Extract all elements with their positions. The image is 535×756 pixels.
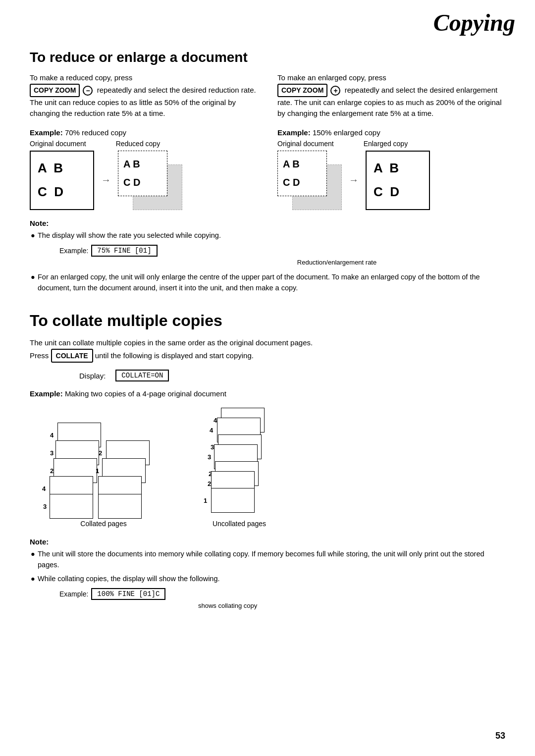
left-doc-pair: A B C D → A B C D: [30, 151, 258, 210]
right-intro-text: To make an enlarged copy, press: [277, 73, 386, 82]
left-diagram: Example: 70% reduced copy Original docum…: [30, 128, 258, 210]
left-diagram-labels: Original document Reduced copy: [30, 140, 258, 148]
collated-group: 4 3 2 4 3 2: [50, 423, 158, 528]
reduction-label: Reduction/enlargement rate: [168, 259, 505, 266]
enlarged-doc: A B C D: [366, 151, 430, 210]
reduced-doc-container: A B C D: [118, 151, 182, 210]
uncollated-label: Uncollated pages: [213, 520, 266, 528]
collate-heading: To collate multiple copies: [30, 312, 505, 330]
reduced-doc: A B C D: [118, 151, 167, 196]
collate-stacks-area: 4 3 2 4 3 2: [50, 408, 485, 528]
left-intro-text: To make a reduced copy, press: [30, 73, 132, 82]
orig-small-container: A B C D: [277, 151, 342, 210]
right-col-intro: To make an enlarged copy, press COPY ZOO…: [277, 72, 505, 119]
collate-note-item2: While collating copies, the display will…: [38, 574, 505, 585]
collated-stack-front: 2 1: [98, 423, 158, 517]
reduce-note-label: Note:: [30, 219, 505, 227]
sheet-0-back: 3: [50, 494, 93, 519]
collate-note-label: Note:: [30, 538, 505, 546]
minus-button-icon: −: [83, 86, 93, 96]
collate-intro: The unit can collate multiple copies in …: [30, 337, 505, 363]
orig-doc-left: A B C D: [30, 151, 94, 210]
reduce-note-item2: For an enlarged copy, the unit will only…: [38, 272, 505, 294]
page-title: Copying: [433, 9, 515, 36]
collated-label: Collated pages: [80, 520, 126, 528]
right-example-label: Example: 150% enlarged copy: [277, 128, 505, 137]
reduce-enlarge-heading: To reduce or enlarge a document: [30, 50, 505, 65]
collate-display-row: Display: COLLATE=ON: [79, 370, 505, 381]
collate-key: COLLATE: [51, 349, 93, 363]
right-doc-pair: A B C D → A B C D: [277, 151, 505, 210]
collate-note-item1: The unit will store the documents into m…: [38, 549, 505, 571]
sheet-1-front: [98, 494, 142, 519]
left-example-label: Example: 70% reduced copy: [30, 128, 258, 137]
collate-display-caption: shows collating copy: [198, 602, 505, 609]
left-col-intro: To make a reduced copy, press COPY ZOOM …: [30, 72, 258, 119]
reduce-note-section: Note: The display will show the rate you…: [30, 219, 505, 294]
page-number: 53: [495, 731, 505, 741]
display-box-collate-note: 100% FINE [01]C: [91, 588, 165, 600]
enlarge-arrow-icon: →: [346, 174, 362, 186]
collate-example-label: Example: Making two copies of a 4-page o…: [30, 389, 505, 398]
display-box-reduce: 75% FINE [01]: [91, 245, 157, 257]
diagram-area: Example: 70% reduced copy Original docum…: [30, 128, 505, 210]
collate-display-example-row: Example: 100% FINE [01]C: [59, 588, 505, 600]
reduce-enlarge-intro: To make a reduced copy, press COPY ZOOM …: [30, 72, 505, 119]
copy-zoom-left: COPY ZOOM: [30, 84, 80, 97]
reduce-note-item1: The display will show the rate you selec…: [38, 230, 505, 241]
copy-zoom-right: COPY ZOOM: [277, 84, 327, 97]
right-diagram: Example: 150% enlarged copy Original doc…: [277, 128, 505, 210]
reduce-arrow-icon: →: [98, 174, 114, 186]
uncollated-group: 4 4 3 3 2 2: [207, 408, 271, 528]
display-box-collate: COLLATE=ON: [115, 370, 169, 381]
orig-small-doc: A B C D: [277, 151, 327, 196]
right-diagram-labels: Original document Enlarged copy: [277, 140, 505, 148]
uncollated-stacks: 4 4 3 3 2 2: [207, 408, 271, 517]
plus-button-icon: +: [330, 86, 340, 96]
uncollated-stack: 4 4 3 3 2 2: [207, 408, 271, 517]
uc-1top: 1: [211, 488, 255, 513]
display-example-row: Example: 75% FINE [01]: [59, 245, 505, 257]
collate-note-section: Note: The unit will store the documents …: [30, 538, 505, 609]
collated-stacks: 4 3 2 4 3 2: [50, 423, 158, 517]
